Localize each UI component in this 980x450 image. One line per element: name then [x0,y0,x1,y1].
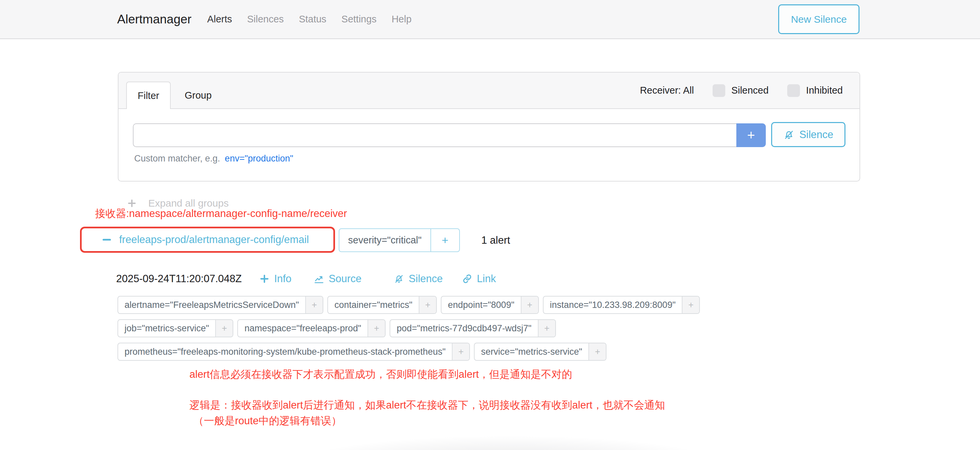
minus-icon [101,234,113,246]
add-matcher-button[interactable]: + [737,124,766,147]
tab-group[interactable]: Group [175,82,221,109]
label-chip-text[interactable]: pod="metrics-77d9cdb497-wdsj7" [390,320,538,337]
nav-item-status[interactable]: Status [297,13,328,26]
label-chip-add-button[interactable]: + [368,320,385,337]
label-chip-text[interactable]: service="metrics-service" [475,343,589,360]
group-alert-count: 1 alert [481,228,510,252]
alert-permalink[interactable]: Link [462,273,496,285]
new-silence-button[interactable]: New Silence [778,4,859,34]
label-chip-add-button[interactable]: + [419,296,436,313]
label-chip-text[interactable]: alertname="FreeleapsMetricsServiceDown" [118,296,305,313]
group-receiver-link[interactable]: freeleaps-prod/alertmanager-config/email [101,234,309,246]
bottom-shadow [228,427,790,450]
nav-item-settings[interactable]: Settings [339,13,379,26]
label-chip-add-button[interactable]: + [589,343,606,360]
filter-options: Receiver: All Silenced Inhibited [640,73,843,108]
chart-line-icon [313,274,325,284]
alert-link-label: Link [477,273,496,285]
app-title[interactable]: Alertmanager [117,13,191,26]
hint-example-link[interactable]: env="production" [225,154,294,163]
alert-source-label: Source [329,273,361,285]
receiver-dropdown[interactable]: Receiver: All [640,85,694,96]
label-chip: prometheus="freeleaps-monitoring-system/… [118,343,470,361]
nav-item-help[interactable]: Help [390,13,414,26]
label-chip-add-button[interactable]: + [305,296,323,313]
label-chip: instance="10.233.98.209:8009" + [543,296,700,314]
annotation-logic-note-2: （一般是route中的逻辑有错误） [194,414,342,428]
label-chip-add-button[interactable]: + [452,343,469,360]
alert-meta-row: 2025-09-24T11:20:07.048Z Info Source Sil… [116,271,496,287]
link-icon [462,274,473,284]
bell-slash-icon [394,274,404,284]
nav-item-alerts[interactable]: Alerts [205,13,234,26]
alert-labels: alertname="FreeleapsMetricsServiceDown" … [118,296,740,361]
label-chip: service="metrics-service" + [474,343,606,361]
annotation-alert-note: alert信息必须在接收器下才表示配置成功，否则即使能看到alert，但是通知是… [189,368,572,382]
label-chip: container="metrics" + [327,296,437,314]
alert-source-link[interactable]: Source [313,273,361,285]
tab-filter[interactable]: Filter [126,82,171,109]
label-chip-text[interactable]: prometheus="freeleaps-monitoring-system/… [118,343,452,360]
matcher-hint: Custom matcher, e.g.env="production" [134,154,293,164]
label-chip-text[interactable]: namespace="freeleaps-prod" [238,320,368,337]
inhibited-label[interactable]: Inhibited [806,85,843,96]
alert-silence-label: Silence [409,273,443,285]
annotation-highlight-box: freeleaps-prod/alertmanager-config/email [80,227,335,253]
label-chip-text[interactable]: instance="10.233.98.209:8009" [544,296,682,313]
filter-panel: Filter Group Receiver: All Silenced Inhi… [118,72,860,182]
label-chip-add-button[interactable]: + [538,320,555,337]
label-chip-add-button[interactable]: + [215,320,232,337]
label-chip: job="metrics-service" + [118,319,233,338]
label-chip: endpoint="8009" + [441,296,539,314]
group-receiver-path: freeleaps-prod/alertmanager-config/email [119,234,309,246]
severity-filter-add-button[interactable]: + [430,229,459,251]
silence-filter-label: Silence [799,129,834,141]
label-chip: namespace="freeleaps-prod" + [237,319,386,338]
hint-text: Custom matcher, e.g. [134,154,220,163]
label-chip-text[interactable]: job="metrics-service" [118,320,215,337]
silenced-label[interactable]: Silenced [731,85,768,96]
label-chip-add-button[interactable]: + [521,296,538,313]
silenced-checkbox[interactable] [713,84,725,97]
group-filter-chip: severity="critical" + [339,228,460,252]
silence-filter-button[interactable]: Silence [771,122,845,147]
alert-info-button[interactable]: Info [259,273,291,285]
top-navbar: Alertmanager Alerts Silences Status Sett… [0,0,980,39]
label-chip: pod="metrics-77d9cdb497-wdsj7" + [390,319,556,338]
alert-silence-button[interactable]: Silence [394,273,443,285]
alertmanager-page: Alertmanager Alerts Silences Status Sett… [0,0,980,450]
annotation-logic-note: 逻辑是：接收器收到alert后进行通知，如果alert不在接收器下，说明接收器没… [189,398,665,412]
severity-filter-label[interactable]: severity="critical" [339,229,430,251]
label-chip-text[interactable]: container="metrics" [328,296,419,313]
alert-timestamp: 2025-09-24T11:20:07.048Z [116,273,242,285]
label-chip-add-button[interactable]: + [682,296,699,313]
main-nav: Alerts Silences Status Settings Help [205,13,414,26]
annotation-receiver-note: 接收器:namespace/altermanager-config-name/r… [95,207,347,221]
inhibited-checkbox[interactable] [787,84,800,97]
label-chip-text[interactable]: endpoint="8009" [441,296,521,313]
plus-icon [259,274,270,284]
bell-slash-icon [783,129,795,140]
nav-item-silences[interactable]: Silences [245,13,286,26]
alert-info-label: Info [274,273,291,285]
label-chip: alertname="FreeleapsMetricsServiceDown" … [118,296,323,314]
matcher-input[interactable] [133,124,737,147]
